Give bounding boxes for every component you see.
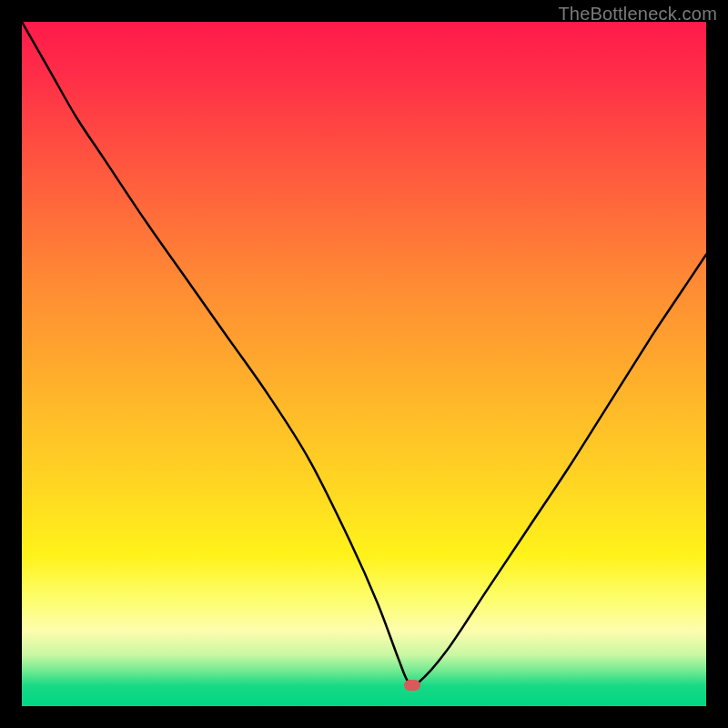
bottleneck-curve <box>22 22 706 706</box>
chart-frame: TheBottleneck.com <box>0 0 728 728</box>
watermark-text: TheBottleneck.com <box>558 4 717 25</box>
minimum-marker <box>404 680 420 691</box>
plot-area <box>22 22 706 706</box>
